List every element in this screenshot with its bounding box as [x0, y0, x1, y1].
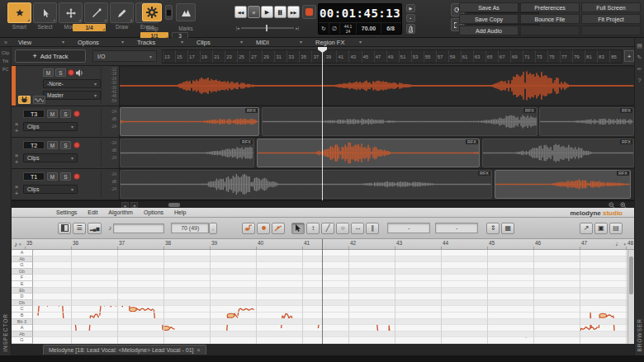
menu-tracks[interactable]: Tracks▾ [130, 39, 190, 46]
timeline-ruler[interactable]: 1315171921232527293133353739414345474951… [162, 49, 623, 63]
master-track-header[interactable]: MS-None-▾Master▾-12-18-24-30-36-42-48-54 [12, 66, 120, 106]
audio-clip[interactable]: RFX [482, 139, 634, 167]
inspector-tab[interactable]: INSPECTOR [2, 313, 8, 352]
melodyne-tab[interactable]: Melodyne [18: Lead Vocal: <Melodyne> Lea… [43, 345, 206, 355]
pencil-icon[interactable]: ✎ [635, 54, 644, 61]
mute-button[interactable]: M [47, 172, 58, 181]
piano-key[interactable]: F [12, 275, 33, 281]
collapse-icon[interactable]: » [0, 40, 12, 45]
add-lane-icon[interactable]: + [13, 128, 20, 134]
options-grid-button[interactable]: ▤ [609, 223, 623, 234]
snap-mode-toggle[interactable] [165, 5, 173, 20]
play-flag-button[interactable]: ▶ [406, 4, 415, 12]
melodyne-vscrollbar[interactable] [627, 250, 634, 344]
piano-key[interactable]: Eb [12, 288, 33, 294]
record-button[interactable] [302, 5, 316, 19]
edit-icon[interactable]: ✏ [635, 66, 644, 73]
slider-thumb[interactable] [266, 25, 268, 31]
edit-tool-button[interactable] [84, 2, 108, 23]
sample-rate-display[interactable]: 44.124 [340, 23, 357, 34]
audio-clip[interactable]: RFX [120, 139, 254, 167]
timing-tool-button[interactable]: ↔ [351, 223, 364, 234]
record-arm-button[interactable] [68, 69, 74, 76]
melodyne-menu-edit[interactable]: Edit [88, 209, 97, 215]
monitor-button[interactable]: ↗ [580, 223, 593, 234]
save-copy-button[interactable]: Save Copy [459, 14, 519, 24]
piano-key[interactable]: E [12, 281, 33, 288]
audio-clip[interactable]: RFX [495, 170, 631, 199]
add-lane-icon[interactable]: + [13, 190, 20, 197]
tempo-display[interactable]: 70.00 [357, 23, 381, 34]
side-tab-pc[interactable]: PC [0, 67, 11, 72]
arrange-hscrollbar[interactable]: ▴ ◂ [12, 200, 634, 208]
piano-key[interactable]: A [12, 325, 33, 331]
pause-button[interactable]: ▌▌ [274, 6, 286, 18]
playhead[interactable] [322, 47, 323, 200]
forward-button[interactable]: ▶▶ [287, 6, 300, 18]
relations-tool-button[interactable] [272, 223, 285, 234]
side-tab-clip[interactable]: Clip [0, 50, 11, 55]
hscroll-thumb[interactable] [168, 203, 180, 207]
smart-tool-button[interactable] [7, 2, 31, 23]
punch-dot-button[interactable]: ▪ [406, 14, 415, 22]
track-name[interactable]: T1 [23, 172, 45, 181]
audio-clip[interactable]: RFX [120, 170, 492, 199]
clips-dropdown[interactable]: Clips▾ [23, 153, 78, 162]
menu-clips[interactable]: Clips▾ [190, 39, 249, 46]
output-dropdown[interactable]: Master▾ [43, 91, 101, 100]
clips-dropdown[interactable]: Clips▾ [23, 122, 78, 131]
melodyne-menu-help[interactable]: Help [174, 209, 186, 215]
grid-value-chip[interactable]: 1/4 [73, 24, 106, 31]
marks-button[interactable] [176, 3, 196, 21]
no-input-icon[interactable]: ∅ [329, 23, 340, 34]
side-tab-trk[interactable]: Trk [0, 59, 11, 63]
menu-view[interactable]: View▾ [12, 39, 71, 46]
melodyne-menu-options[interactable]: Options [144, 209, 163, 215]
track-lane-t3[interactable]: RFXRFXRFX [120, 106, 634, 138]
piano-key[interactable]: Ab [12, 331, 33, 338]
tempo-options-button[interactable]: . [209, 223, 217, 234]
record-arm-button[interactable] [73, 173, 80, 180]
track-header-t3[interactable]: ×+T3MSClips▾-24dB-24 [12, 106, 120, 138]
zoom-in-icon[interactable] [619, 202, 627, 208]
panel-icon[interactable]: ▤ [635, 43, 644, 49]
automation-button[interactable] [33, 96, 45, 104]
rewind-button[interactable]: ◀◀ [234, 6, 247, 18]
melodyne-note-area[interactable]: AAbGGbFEEbDDbCBBb 3AAbG [12, 250, 634, 344]
melodyne-tempo-field[interactable]: 70 (49) [171, 223, 209, 233]
play-button[interactable]: ▶ [261, 6, 273, 18]
move-tool-button[interactable] [59, 2, 83, 23]
piano-key[interactable]: Ab [12, 256, 33, 263]
io-dropdown[interactable]: I/O ▾ [92, 50, 157, 62]
note-search-field[interactable] [113, 223, 164, 233]
solo-button[interactable]: S [55, 68, 66, 77]
ruler-plus-button[interactable]: + [624, 50, 634, 62]
master-track-lane[interactable] [120, 66, 634, 106]
piano-key[interactable]: Bb 3 [12, 319, 33, 326]
metronome-button[interactable] [406, 24, 415, 34]
window-layout-button[interactable] [58, 223, 71, 234]
menu-region-fx[interactable]: Region FX▾ [309, 39, 368, 46]
track-name[interactable]: T2 [23, 141, 45, 149]
piano-key[interactable]: A [12, 250, 33, 256]
quantize-grid-button[interactable]: ▦ [501, 223, 514, 234]
add-lane-icon[interactable]: + [13, 159, 20, 166]
audio-clip[interactable] [120, 67, 634, 105]
pitch-value-field[interactable]: - [387, 223, 430, 233]
solo-button[interactable]: S [60, 172, 71, 181]
separation-tool-button[interactable]: ∥ [366, 223, 379, 234]
piano-key[interactable]: D [12, 294, 33, 300]
mixer-sliders-button[interactable]: ☰ [73, 223, 86, 234]
menu-options[interactable]: Options▾ [71, 39, 130, 46]
menu-midi[interactable]: MIDI▾ [249, 39, 309, 46]
solo-button[interactable]: S [60, 141, 71, 149]
solo-button[interactable]: S [60, 110, 71, 118]
piano-key[interactable]: Db [12, 300, 33, 307]
arrow-tool-button[interactable] [291, 223, 305, 234]
preferences-button[interactable]: Preferences [520, 2, 580, 12]
track-header-t2[interactable]: ×+T2MSClips▾-24dB-24 [12, 138, 120, 169]
save-as-button[interactable]: Save As [459, 2, 519, 12]
draw-tool-button[interactable] [110, 2, 134, 23]
vscroll-thumb[interactable] [629, 256, 633, 294]
snap-button[interactable] [142, 3, 162, 21]
